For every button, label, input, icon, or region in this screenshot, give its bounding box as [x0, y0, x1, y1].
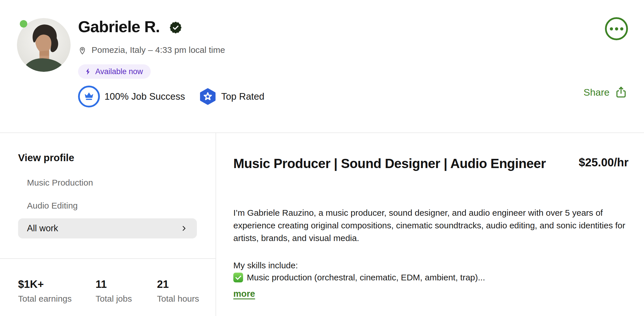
title-row: Music Producer | Sound Designer | Audio …: [233, 155, 629, 172]
top-rated-label: Top Rated: [221, 91, 264, 102]
share-icon: [615, 86, 627, 99]
sidebar-item-music-production[interactable]: Music Production: [27, 178, 93, 188]
availability-label: Available now: [95, 67, 143, 76]
location-row: Pomezia, Italy – 4:33 pm local time: [78, 45, 225, 55]
bio-paragraph: I’m Gabriele Rauzino, a music producer, …: [233, 207, 629, 244]
skill-line: Music production (orchestral, cinematic,…: [233, 271, 629, 284]
sidebar-item-audio-editing[interactable]: Audio Editing: [27, 201, 78, 211]
profile-sidebar: View profile Music Production Audio Edit…: [0, 133, 216, 316]
location-text: Pomezia, Italy – 4:33 pm local time: [92, 45, 225, 55]
share-button[interactable]: Share: [583, 86, 627, 99]
top-rated-badge: Top Rated: [199, 88, 264, 105]
stat-label: Total hours: [157, 294, 199, 304]
more-options-button[interactable]: [605, 17, 628, 40]
verified-icon: [170, 22, 182, 34]
skill-text: Music production (orchestral, cinematic,…: [247, 271, 485, 284]
location-pin-icon: [78, 45, 87, 55]
top-rated-badge-icon: [199, 88, 217, 105]
online-status-dot: [20, 20, 27, 28]
stat-total-jobs: 11 Total jobs: [96, 278, 157, 304]
job-success-badge-icon: [78, 86, 100, 107]
crown-icon: [83, 90, 95, 103]
more-link[interactable]: more: [233, 289, 255, 299]
stats-row: $1K+ Total earnings 11 Total jobs 21 Tot…: [18, 278, 199, 304]
name-row: Gabriele R.: [78, 17, 182, 36]
view-profile-heading: View profile: [18, 152, 74, 163]
profile-title: Music Producer | Sound Designer | Audio …: [233, 155, 546, 172]
badges-row: 100% Job Success Top Rated: [78, 86, 264, 107]
stat-value: 11: [96, 278, 157, 290]
sidebar-item-all-work[interactable]: All work: [18, 218, 197, 238]
stats-divider: [0, 258, 216, 259]
profile-main: Music Producer | Sound Designer | Audio …: [217, 133, 644, 316]
stat-label: Total earnings: [18, 294, 96, 304]
profile-header: Gabriele R. Pomezia,: [0, 0, 644, 132]
all-work-label: All work: [27, 223, 58, 234]
stat-label: Total jobs: [96, 294, 157, 304]
hourly-rate: $25.00/hr: [579, 156, 629, 169]
ellipsis-icon: [610, 27, 613, 30]
stat-total-earnings: $1K+ Total earnings: [18, 278, 96, 304]
share-label: Share: [583, 87, 610, 98]
freelancer-name: Gabriele R.: [78, 17, 160, 36]
avatar[interactable]: [17, 18, 71, 72]
stat-value: $1K+: [18, 278, 96, 290]
skills-block: My skills include: Music production (orc…: [233, 259, 629, 284]
skills-heading: My skills include:: [233, 259, 629, 271]
stat-total-hours: 21 Total hours: [157, 278, 199, 304]
chevron-right-icon: [180, 225, 188, 232]
availability-badge: Available now: [78, 64, 151, 79]
lightning-icon: [85, 68, 92, 76]
job-success-badge: 100% Job Success: [78, 86, 185, 107]
freelancer-profile-page: Gabriele R. Pomezia,: [0, 0, 644, 316]
stat-value: 21: [157, 278, 199, 290]
check-emoji-icon: [233, 273, 243, 282]
job-success-label: 100% Job Success: [104, 91, 185, 102]
